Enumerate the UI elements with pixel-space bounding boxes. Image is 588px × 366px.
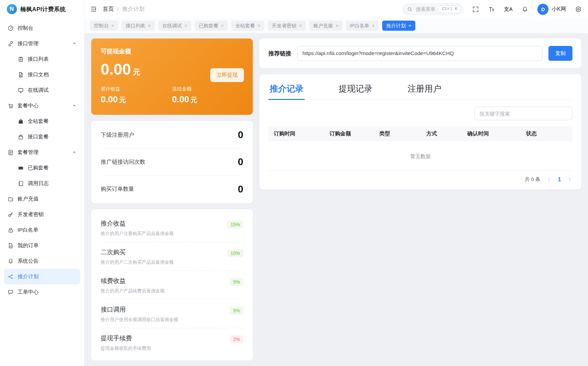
column-confirm-time: 确认时间 [467,130,526,137]
app-brand: N 楠枫API计费系统 [0,0,84,18]
commission-desc: 推介的用户二次购买产品后返佣金额 [101,259,174,265]
column-method: 方式 [426,130,467,137]
rate-badge: 2% [230,335,243,343]
sidebar-item-my-orders[interactable]: 我的订单 [4,238,80,253]
tab-registered-users[interactable]: 注册用户 [406,82,443,100]
pagination: 共 0 条 1 [268,176,572,183]
stat-label: 购买订单数量 [101,185,134,193]
breadcrumb-current: 推介计划 [122,5,145,13]
commission-desc: 推介的用户注册购买产品后返佣金额 [101,231,174,237]
sidebar-item-label: 控制台 [18,25,33,32]
tab-account-recharge[interactable]: 账户充值× [309,21,342,31]
breadcrumb-home[interactable]: 首页 [103,5,114,13]
clipboard-icon [18,56,24,62]
fullscreen-icon[interactable] [472,6,479,13]
tab-referral-records[interactable]: 推介记录 [268,82,305,100]
commission-text: 推介收益 推介的用户注册购买产品后返佣金额 [101,219,174,237]
value: 0.00 [172,94,189,104]
tab-referral-plan[interactable]: 推介计划× [382,21,415,31]
sidebar-item-ticket-center[interactable]: 工单中心 [4,284,80,300]
tab-site-packages[interactable]: 全站套餐× [231,21,264,31]
records-search-row [268,107,572,120]
user-name: 小K网 [552,6,566,13]
wallet-title: 可提现金额 [101,47,243,55]
table-header: 订购时间 订购金额 类型 方式 确认时间 状态 [268,126,572,141]
sidebar-item-developer-keys[interactable]: 开发者密钥 [4,207,80,222]
translate-icon[interactable]: 文A [504,6,513,12]
open-tabs-strip: 控制台× 接口列表× 在线调试× 已购套餐× 全站套餐× 开发者密钥× 账户充值… [84,18,588,33]
sidebar-item-label: 接口管理 [18,40,39,47]
copy-button[interactable]: 复制 [548,46,572,61]
tab-label: 全站套餐 [235,23,255,29]
commission-title: 推介收益 [101,219,174,228]
close-icon[interactable]: × [148,23,151,28]
close-icon[interactable]: × [185,23,187,28]
sidebar-item-ip-whitelist[interactable]: IP白名单 [4,222,80,238]
stat-value: 0 [238,156,243,167]
close-icon[interactable]: × [372,23,375,28]
settings-gear-icon[interactable] [575,6,582,13]
bell-icon[interactable] [521,6,529,13]
referral-link-input[interactable] [297,46,542,61]
sidebar-group-package-management[interactable]: 套餐管理 [4,145,80,160]
bell-icon [7,258,14,264]
bag-filled-icon [18,118,24,125]
search-input[interactable]: 搜索菜单 Ctrl K [402,3,463,15]
sidebar-group-api-management[interactable]: 接口管理 [4,36,80,51]
close-icon[interactable]: × [258,23,260,28]
sidebar-item-dashboard[interactable]: 控制台 [4,20,80,36]
wallet-substats: 累计收益 0.00元 冻结金额 0.00元 [101,86,243,105]
sidebar-item-api-packages[interactable]: 接口套餐 [4,129,80,145]
sidebar-item-api-list[interactable]: 接口列表 [4,51,80,67]
tab-developer-keys[interactable]: 开发者密钥× [268,21,306,31]
sidebar-item-account-recharge[interactable]: 账户充值 [4,191,80,207]
breadcrumb-separator: / [117,6,119,12]
tab-label: 开发者密钥 [272,23,296,29]
sidebar-item-referral-plan[interactable]: 推介计划 [4,269,80,284]
keyword-search-input[interactable] [474,107,572,120]
tab-purchased-packages[interactable]: 已购套餐× [195,21,228,31]
sidebar-item-system-announcements[interactable]: 系统公告 [4,253,80,269]
chevron-left-icon[interactable] [546,177,552,182]
share-icon [7,273,14,280]
user-menu[interactable]: D 小K网 [537,4,566,15]
text-size-icon[interactable] [488,6,495,13]
sidebar-group-package-center[interactable]: 套餐中心 [4,98,80,113]
page-number[interactable]: 1 [558,177,561,183]
sidebar-item-call-logs[interactable]: 调用日志 [4,176,80,191]
close-icon[interactable]: × [112,23,114,28]
sidebar-item-purchased-packages[interactable]: 已购套餐 [4,160,80,176]
sidebar-item-online-debug[interactable]: 在线调试 [4,82,80,98]
commission-item: 推介收益 推介的用户注册购买产品后返佣金额 15% [101,213,243,242]
tab-ip-whitelist[interactable]: IP白名单× [346,21,378,31]
search-icon [407,6,413,12]
column-type: 类型 [379,130,426,137]
close-icon[interactable]: × [336,23,338,28]
sidebar-item-site-packages[interactable]: 全站套餐 [4,113,80,129]
tab-dashboard[interactable]: 控制台× [90,21,118,31]
sidebar-item-label: 套餐管理 [18,149,39,156]
tab-withdrawal-records[interactable]: 提现记录 [337,82,374,100]
tab-api-list[interactable]: 接口列表× [122,21,155,31]
sidebar-item-label: IP白名单 [18,227,38,234]
menu-fold-icon[interactable] [90,5,97,13]
commission-item: 提现手续费 提现金额收取的手续费用 2% [101,328,243,357]
column-order-amount: 订购金额 [329,130,379,137]
top-bar: 首页 / 推介计划 搜索菜单 Ctrl K 文A D 小K网 [84,0,588,18]
close-icon[interactable]: × [299,23,302,28]
stat-label: 下级注册用户 [101,131,134,139]
sidebar-menu: 控制台 接口管理 接口列表 接口文档 在线调试 套餐中心 全站套餐 [0,18,84,302]
chevron-up-icon [72,41,77,46]
chevron-right-icon[interactable] [567,177,572,182]
tab-label: 控制台 [94,23,109,29]
key-icon [7,211,14,218]
close-icon[interactable]: × [221,23,224,28]
sidebar-item-api-docs[interactable]: 接口文档 [4,67,80,82]
tab-online-debug[interactable]: 在线调试× [158,21,191,31]
close-icon[interactable]: × [409,23,411,28]
sidebar-item-label: 工单中心 [18,289,39,296]
withdraw-now-button[interactable]: 立即提现 [210,68,244,82]
commission-title: 提现手续费 [101,334,151,342]
commission-desc: 提现金额收取的手续费用 [101,345,151,351]
records-panel: 推介记录 提现记录 注册用户 订购时间 订购金额 类型 方式 确认时间 状态 暂… [260,74,581,189]
